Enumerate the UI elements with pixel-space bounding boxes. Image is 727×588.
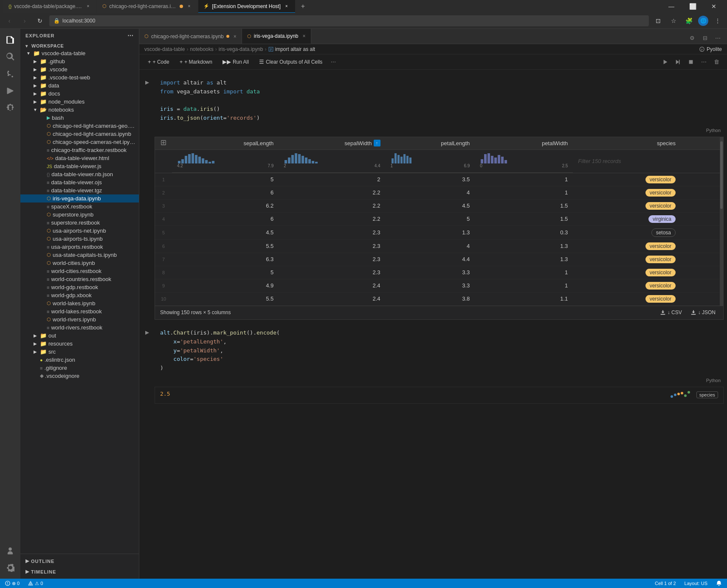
close-btn-window[interactable]: ✕: [704, 0, 724, 13]
tree-item-world-cities-ipynb[interactable]: ▶ ⬡ world-cities.ipynb: [20, 259, 139, 267]
tree-item-docs[interactable]: ▶ 📁 docs: [20, 90, 139, 98]
tree-item-data[interactable]: ▶ 📁 data: [20, 82, 139, 90]
tree-item-data-table-html[interactable]: ▶ </> data-table-viewer.html: [20, 154, 139, 162]
tree-item-data-table-ojs[interactable]: ▶ ≡ data-table-viewer.ojs: [20, 178, 139, 186]
breadcrumb-part-1[interactable]: vscode-data-table: [144, 46, 185, 52]
cell-2-code[interactable]: alt . Chart (iris). mark_point (). encod…: [155, 325, 727, 376]
breadcrumb-part-4[interactable]: import altair as alt: [268, 46, 316, 52]
tree-item-chicago-speed[interactable]: ▶ ⬡ chicago-speed-cameras-net.ipynb: [20, 138, 139, 146]
activity-scm[interactable]: [3, 66, 18, 82]
profile-icon[interactable]: 🌐: [698, 16, 708, 26]
browser-tab-2[interactable]: ⬡ chicago-red-light-cameras.ipynb ×: [97, 0, 197, 13]
tree-item-iris-vega[interactable]: ▶ ⬡ iris-vega-data.ipynb: [20, 194, 139, 203]
breadcrumb-part-3[interactable]: iris-vega-data.ipynb: [219, 46, 263, 52]
tree-item-superstore-ipynb[interactable]: ▶ ⬡ superstore.ipynb: [20, 211, 139, 219]
activity-run[interactable]: [3, 83, 18, 98]
breadcrumb-part-2[interactable]: notebooks: [190, 46, 213, 52]
activity-extensions[interactable]: [3, 100, 18, 115]
cell-delete-btn[interactable]: 🗑: [711, 56, 722, 68]
th-petal-width[interactable]: petalWidth: [475, 137, 573, 150]
bookmark-star-icon[interactable]: ☆: [668, 15, 679, 27]
th-sepal-width[interactable]: sepalWidth ↑: [279, 137, 385, 150]
tree-item-vscode[interactable]: ▶ 📁 .vscode: [20, 65, 139, 73]
tree-item-vscode-test-web[interactable]: ▶ 📁 .vscode-test-web: [20, 73, 139, 82]
reload-btn[interactable]: ↻: [34, 15, 46, 27]
tree-item-vscodeignore[interactable]: ▶ ◆ .vscodeignore: [20, 372, 139, 380]
tree-item-chicago-red-geo[interactable]: ▶ ⬡ chicago-red-light-cameras-geo.ipynb: [20, 122, 139, 130]
tree-item-world-gdp-xbook[interactable]: ▶ ≡ world-gdp.xbook: [20, 291, 139, 299]
tree-item-spaceX[interactable]: ▶ ≡ spaceX.restbook: [20, 203, 139, 211]
tree-item-usa-airports-ts[interactable]: ▶ ⬡ usa-airports-ts.ipynb: [20, 235, 139, 243]
tree-item-github[interactable]: ▶ 📁 .github: [20, 57, 139, 65]
tree-item-node-modules[interactable]: ▶ 📁 node_modules: [20, 98, 139, 106]
tree-item-gitignore[interactable]: ▶ ≡ .gitignore: [20, 364, 139, 372]
status-cell-info[interactable]: Cell 1 of 2: [653, 579, 678, 588]
tree-item-chicago-traffic[interactable]: ▶ ≡ chicago-traffic-tracker.restbook: [20, 146, 139, 154]
cell-1-run-btn[interactable]: ▶: [143, 78, 151, 87]
status-errors[interactable]: ⊗ 0: [3, 579, 21, 588]
tab-chicago-close[interactable]: ×: [234, 34, 237, 39]
status-notifications[interactable]: [714, 579, 724, 588]
run-all-btn[interactable]: ▶▶ Run All: [219, 57, 252, 66]
outline-header[interactable]: ▶ OUTLINE: [20, 556, 139, 566]
split-editor-btn[interactable]: ⊟: [699, 32, 711, 44]
tree-item-world-lakes-ipynb[interactable]: ▶ ⬡ world-lakes.ipynb: [20, 299, 139, 307]
tree-item-src[interactable]: ▶ 📁 src: [20, 348, 139, 356]
tree-item-data-table-nb-json[interactable]: ▶ {} data-table-viewer.nb.json: [20, 170, 139, 178]
tree-workspace[interactable]: ▼ WORKSPACE: [20, 42, 139, 49]
activity-accounts[interactable]: [3, 543, 18, 558]
cast-icon[interactable]: ⊡: [652, 15, 664, 27]
clear-outputs-btn[interactable]: ☰ Clear Outputs of All Cells: [256, 57, 326, 66]
tree-item-world-lakes-rest[interactable]: ▶ ≡ world-lakes.restbook: [20, 307, 139, 315]
tree-item-world-gdp-rest[interactable]: ▶ ≡ world-gdp.restbook: [20, 283, 139, 291]
tree-item-bash[interactable]: ▶ ▶ bash: [20, 114, 139, 122]
cell-run-btn[interactable]: [660, 56, 671, 68]
forward-btn[interactable]: ›: [19, 15, 31, 27]
address-bar[interactable]: 🔒 localhost:3000: [49, 15, 649, 26]
cell-1-code[interactable]: import altair as alt from vega_datasets …: [155, 75, 727, 126]
toolbar-more-btn[interactable]: ⋯: [329, 59, 338, 65]
th-petal-length[interactable]: petalLength: [386, 137, 475, 150]
add-code-btn[interactable]: + + Code: [144, 57, 173, 66]
tree-item-notebooks[interactable]: ▼ 📂 notebooks: [20, 106, 139, 114]
tree-item-usa-state-capitals[interactable]: ▶ ⬡ usa-state-capitals-ts.ipynb: [20, 251, 139, 259]
table-scrollbar[interactable]: [720, 137, 723, 306]
cell-interrupt-btn[interactable]: [685, 56, 696, 68]
editor-tab-iris[interactable]: ⬡ iris-vega-data.ipynb ×: [242, 29, 311, 44]
timeline-header[interactable]: ▶ TIMELINE: [20, 566, 139, 577]
kernel-badge[interactable]: P Pyolite: [699, 46, 722, 52]
tab1-close[interactable]: ×: [85, 3, 91, 10]
tree-item-usa-airports-net[interactable]: ▶ ⬡ usa-airports-net.ipynb: [20, 227, 139, 235]
tree-item-data-table-js[interactable]: ▶ JS data-table-viewer.js: [20, 162, 139, 170]
export-json-btn[interactable]: ↓ JSON: [688, 309, 718, 316]
maximize-btn[interactable]: ⬜: [683, 0, 702, 13]
status-layout[interactable]: Layout: US: [683, 579, 709, 588]
new-tab-btn[interactable]: +: [296, 0, 308, 13]
activity-explorer[interactable]: [3, 32, 18, 48]
activity-settings[interactable]: [3, 560, 18, 575]
tree-item-world-rivers-rest[interactable]: ▶ ≡ world-rivers.restbook: [20, 324, 139, 332]
cell-more-btn[interactable]: ⋯: [698, 56, 709, 68]
settings-btn[interactable]: ⚙: [686, 32, 698, 44]
tab2-close[interactable]: ×: [186, 3, 192, 10]
tree-item-world-countries[interactable]: ▶ ≡ world-countries.restbook: [20, 275, 139, 283]
th-species[interactable]: species: [573, 137, 681, 150]
back-btn[interactable]: ‹: [3, 15, 15, 27]
tree-item-usa-airports-rest[interactable]: ▶ ≡ usa-airports.restbook: [20, 243, 139, 251]
tree-item-world-rivers-ipynb[interactable]: ▶ ⬡ world-rivers.ipynb: [20, 315, 139, 324]
cell-run-next-btn[interactable]: [673, 56, 684, 68]
browser-tab-1[interactable]: {} vscode-data-table/package.json ×: [3, 0, 96, 13]
tab3-close[interactable]: ×: [283, 3, 290, 10]
tree-item-eslintrc[interactable]: ▶ ● .eslintrc.json: [20, 356, 139, 364]
cell-2-run-btn[interactable]: ▶: [143, 328, 151, 337]
tree-item-resources[interactable]: ▶ 📁 resources: [20, 340, 139, 348]
extensions-puzzle-icon[interactable]: 🧩: [683, 15, 695, 27]
status-warnings[interactable]: ⚠ 0: [26, 579, 45, 588]
minimize-btn[interactable]: —: [662, 0, 681, 13]
tree-item-chicago-red[interactable]: ▶ ⬡ chicago-red-light-cameras.ipynb: [20, 130, 139, 138]
browser-tab-3[interactable]: ⚡ [Extension Development Host] ×: [198, 0, 295, 13]
export-csv-btn[interactable]: ↓ CSV: [657, 309, 685, 316]
editor-tab-chicago[interactable]: ⬡ chicago-red-light-cameras.ipynb ×: [139, 29, 242, 44]
menu-btn[interactable]: ⋮: [712, 15, 724, 27]
tree-item-vscode-data-table[interactable]: ▼ 📁 vscode-data-table: [20, 49, 139, 57]
